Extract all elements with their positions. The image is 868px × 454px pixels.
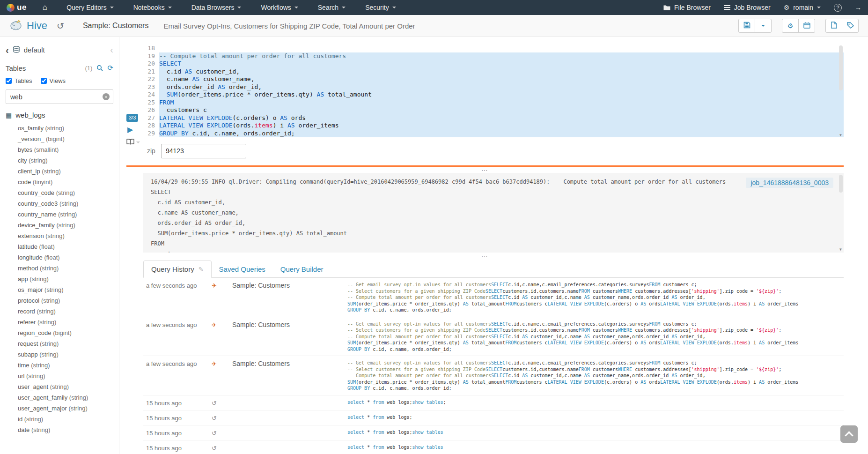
tab-query-history[interactable]: Query History✎ <box>143 260 212 278</box>
column-item[interactable]: method (string) <box>0 263 119 274</box>
tables-checkbox-label[interactable]: Tables <box>6 77 32 84</box>
column-item[interactable]: date (string) <box>0 424 119 435</box>
collapse-panel-icon[interactable]: ‹ <box>110 45 113 55</box>
column-item[interactable]: user_agent_major (string) <box>0 403 119 414</box>
column-item[interactable]: country_code3 (string) <box>0 198 119 209</box>
settings-button[interactable]: ⚙ <box>782 19 799 33</box>
scroll-down-icon[interactable]: ▼ <box>838 247 844 252</box>
editor-line[interactable]: 23 ords.order_id AS order_id, <box>143 83 844 91</box>
column-item[interactable]: os_major (string) <box>0 284 119 295</box>
column-name: code <box>18 179 33 186</box>
column-item[interactable]: country_code (string) <box>0 187 119 198</box>
job-link[interactable]: job_1461888648136_0003 <box>746 178 833 188</box>
variable-zip-input[interactable] <box>161 144 246 158</box>
column-item[interactable]: region_code (bigint) <box>0 327 119 338</box>
column-item[interactable]: client_ip (string) <box>0 166 119 177</box>
column-item[interactable]: id (string) <box>0 414 119 424</box>
job-browser-link[interactable]: Job Browser <box>717 4 777 11</box>
column-item[interactable]: url (string) <box>0 371 119 381</box>
query-history-icon[interactable]: ↺ <box>57 21 64 31</box>
column-item[interactable]: app (string) <box>0 274 119 284</box>
editor-line[interactable]: 20SELECT <box>143 60 844 68</box>
column-item[interactable]: protocol (string) <box>0 295 119 306</box>
column-item[interactable]: time (string) <box>0 360 119 371</box>
column-item[interactable]: record (string) <box>0 306 119 317</box>
sql-editor[interactable]: 1819-- Compute total amount per order fo… <box>143 45 844 137</box>
editor-line[interactable]: 29GROUP BY c.id, c.name, ords.order_id; <box>143 130 844 138</box>
column-item[interactable]: longitude (float) <box>0 252 119 263</box>
menu-security[interactable]: Security <box>355 0 406 15</box>
column-item[interactable]: os_family (string) <box>0 123 119 134</box>
save-options-button[interactable] <box>755 19 772 33</box>
query-title[interactable]: Sample: Customers <box>83 22 149 30</box>
tags-button[interactable] <box>842 19 859 33</box>
column-item[interactable]: _version_ (bigint) <box>0 134 119 144</box>
tab-query-builder[interactable]: Query Builder <box>273 260 331 278</box>
resize-handle[interactable]: ⋯ <box>126 167 844 173</box>
tab-saved-queries[interactable]: Saved Queries <box>212 260 273 278</box>
column-item[interactable]: latitude (float) <box>0 241 119 252</box>
scroll-to-top-button[interactable] <box>840 425 858 443</box>
clear-filter-icon[interactable]: × <box>103 93 110 100</box>
table-item-web-logs[interactable]: ▦ web_logs <box>0 109 119 121</box>
menu-data-browsers[interactable]: Data Browsers <box>182 0 251 15</box>
file-browser-link[interactable]: File Browser <box>657 4 717 11</box>
menu-notebooks[interactable]: Notebooks <box>124 0 182 15</box>
editor-line[interactable]: 22 c.name AS customer_name, <box>143 75 844 83</box>
scrollbar-thumb[interactable] <box>839 175 843 193</box>
execute-button[interactable]: ▶ <box>126 125 134 134</box>
column-item[interactable]: city (string) <box>0 155 119 166</box>
log-scrollbar[interactable]: ▼ <box>838 173 844 253</box>
hue-logo[interactable]: ue <box>0 3 33 12</box>
menu-workflows[interactable]: Workflows <box>251 0 308 15</box>
save-button[interactable] <box>738 19 755 33</box>
schedule-button[interactable] <box>798 19 815 33</box>
scrollbar-thumb[interactable] <box>839 45 843 90</box>
views-checkbox-label[interactable]: Views <box>41 77 66 84</box>
resize-handle[interactable]: ⋯ <box>126 253 844 259</box>
history-row[interactable]: 15 hours ago↺select * from web_logs;show… <box>143 440 844 454</box>
help-button[interactable]: ? <box>827 4 848 12</box>
scroll-down-icon[interactable]: ▼ <box>838 133 844 137</box>
column-item[interactable]: request (string) <box>0 338 119 349</box>
column-item[interactable]: user_agent_family (string) <box>0 392 119 403</box>
column-item[interactable]: referer (string) <box>0 317 119 327</box>
editor-line[interactable]: 18 <box>143 45 844 52</box>
logout-button[interactable]: → <box>848 4 868 11</box>
history-row[interactable]: 15 hours ago↺select * from web_logs;show… <box>143 395 844 410</box>
column-item[interactable]: code (tinyint) <box>0 177 119 187</box>
editor-line[interactable]: 26 customers c <box>143 106 844 114</box>
editor-line[interactable]: 25FROM <box>143 99 844 107</box>
history-row[interactable]: 15 hours ago↺select * from web_logs; <box>143 410 844 425</box>
tables-checkbox[interactable] <box>6 78 12 84</box>
documentation-button[interactable] <box>126 138 140 147</box>
column-item[interactable]: subapp (string) <box>0 349 119 360</box>
editor-line[interactable]: 24 SUM(order_items.price * order_items.q… <box>143 91 844 99</box>
menu-search[interactable]: Search <box>308 0 355 15</box>
history-row[interactable]: a few seconds ago✈Sample: Customers-- Ge… <box>143 278 844 317</box>
hive-app-link[interactable]: Hive <box>9 19 47 32</box>
views-checkbox[interactable] <box>41 78 47 84</box>
editor-scrollbar[interactable]: ▼ <box>838 45 844 137</box>
editor-line[interactable]: 19-- Compute total amount per order for … <box>143 52 844 60</box>
home-button[interactable]: ⌂ <box>33 3 57 12</box>
column-item[interactable]: device_family (string) <box>0 220 119 231</box>
column-item[interactable]: country_name (string) <box>0 209 119 220</box>
history-row[interactable]: 15 hours ago↺select * from web_logs;show… <box>143 425 844 440</box>
editor-line[interactable]: 28LATERAL VIEW EXPLODE(ords.items) i AS … <box>143 122 844 130</box>
column-item[interactable]: extension (string) <box>0 231 119 241</box>
database-name[interactable]: default <box>24 46 45 54</box>
editor-line[interactable]: 21 c.id AS customer_id, <box>143 68 844 76</box>
back-icon[interactable]: ‹ <box>6 47 9 53</box>
menu-query-editors[interactable]: Query Editors <box>57 0 124 15</box>
column-item[interactable]: bytes (smallint) <box>0 144 119 155</box>
new-query-button[interactable] <box>825 19 842 33</box>
column-item[interactable]: user_agent (string) <box>0 381 119 392</box>
history-row[interactable]: a few seconds ago✈Sample: Customers-- Ge… <box>143 356 844 395</box>
history-row[interactable]: a few seconds ago✈Sample: Customers-- Ge… <box>143 317 844 357</box>
refresh-icon[interactable]: ⟳ <box>107 64 113 72</box>
user-menu[interactable]: ⚙ romain <box>777 4 827 11</box>
search-icon[interactable] <box>96 65 103 71</box>
table-filter-input[interactable] <box>6 89 113 104</box>
editor-line[interactable]: 27LATERAL VIEW EXPLODE(c.orders) o AS or… <box>143 114 844 122</box>
